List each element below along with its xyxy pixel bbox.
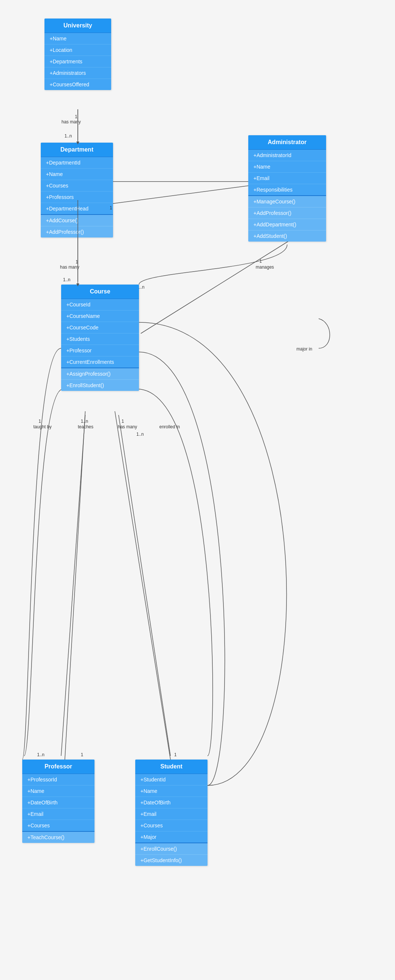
course-method-1: +EnrollStudent() (61, 380, 139, 391)
course-attr-1: +CourseName (61, 310, 139, 322)
professor-attr-4: +Courses (22, 820, 94, 831)
administrator-method-3: +AddStudent() (248, 231, 326, 242)
administrator-attr-1: +Name (248, 161, 326, 173)
university-title: University (45, 19, 111, 33)
svg-line-3 (111, 185, 252, 204)
professor-attr-2: +DateOfBirth (22, 797, 94, 808)
label-course-student-1-bottom: 1 (174, 752, 177, 757)
administrator-attr-2: +Email (248, 173, 326, 184)
course-attr-3: +Students (61, 334, 139, 345)
administrator-method-2: +AddDepartment() (248, 219, 326, 231)
svg-line-4 (61, 415, 85, 756)
label-course-prof-1-left: 1 (38, 419, 41, 424)
label-admin-course-manages: manages (256, 264, 274, 270)
course-attr-5: +CurrentEnrollments (61, 356, 139, 368)
department-attr-2: +Courses (41, 180, 113, 192)
label-admin-course-1: 1 (260, 259, 262, 264)
label-course-student-1n: 1..n (136, 432, 144, 437)
label-course-prof-taughtby: taught by (33, 424, 51, 430)
administrator-title: Administrator (248, 135, 326, 150)
student-method-1: +GetStudentInfo() (135, 855, 207, 866)
university-class: University +Name +Location +Departments … (45, 19, 111, 90)
course-title: Course (61, 285, 139, 299)
university-attr-4: +CoursesOffered (45, 79, 111, 90)
course-method-0: +AssignProfessor() (61, 368, 139, 380)
student-attr-0: +StudentId (135, 774, 207, 786)
label-dept-admin-1: 1 (110, 205, 112, 210)
professor-attr-3: +Email (22, 808, 94, 820)
label-uni-dept-1n: 1..n (64, 134, 72, 138)
department-title: Department (41, 143, 113, 157)
administrator-class: Administrator +AdministratorId +Name +Em… (248, 135, 326, 242)
svg-line-12 (115, 411, 170, 760)
administrator-method-1: +AddProfessor() (248, 207, 326, 219)
student-attr-4: +Courses (135, 820, 207, 831)
university-attr-0: +Name (45, 33, 111, 45)
label-uni-dept-1: 1 (75, 114, 78, 119)
uml-diagram: University +Name +Location +Departments … (0, 0, 395, 980)
professor-attr-1: +Name (22, 786, 94, 797)
course-attr-4: +Professor (61, 345, 139, 356)
student-attr-3: +Email (135, 808, 207, 820)
label-course-prof-1-bottom: 1 (81, 752, 83, 757)
label-dept-course-hasmany: has many (60, 264, 79, 270)
label-course-student-hasmany: has many (118, 424, 137, 430)
professor-attr-0: +ProfessorId (22, 774, 94, 786)
department-attr-3: +Professors (41, 192, 113, 203)
department-attr-4: +DepartmentHead (41, 203, 113, 214)
svg-line-2 (141, 241, 289, 334)
course-attr-2: +CourseCode (61, 322, 139, 334)
department-method-1: +AddProfessor() (41, 226, 113, 237)
label-course-student-enrolledin: enrolled in (159, 424, 180, 430)
university-attr-2: +Departments (45, 56, 111, 67)
label-course-student-1-top: 1 (121, 419, 124, 424)
professor-title: Professor (22, 760, 94, 774)
student-attr-2: +DateOfBirth (135, 797, 207, 808)
administrator-attr-0: +AdministratorId (248, 150, 326, 161)
student-attr-1: +Name (135, 786, 207, 797)
label-uni-dept-hasmany: has many (62, 119, 81, 124)
department-method-0: +AddCourse() (41, 215, 113, 226)
svg-line-11 (65, 411, 85, 760)
label-course-prof-teaches: teaches (78, 424, 93, 430)
administrator-attr-3: +Responsibilities (248, 184, 326, 195)
label-major-in: major in (296, 347, 312, 352)
professor-method-0: +TeachCourse() (22, 832, 94, 843)
course-class: Course +CourseId +CourseName +CourseCode… (61, 285, 139, 391)
student-class: Student +StudentId +Name +DateOfBirth +E… (135, 760, 207, 866)
student-title: Student (135, 760, 207, 774)
label-dept-course-1: 1 (76, 259, 78, 264)
administrator-method-0: +ManageCourse() (248, 196, 326, 207)
label-course-prof-1n-left: 1..n (37, 752, 45, 757)
student-attr-5: +Major (135, 831, 207, 843)
label-course-prof-1n-right: 1..n (81, 419, 88, 424)
label-dept-course-1n: 1..n (63, 277, 70, 282)
department-class: Department +DepartmentId +Name +Courses … (41, 143, 113, 237)
university-attr-3: +Administrators (45, 67, 111, 79)
course-attr-0: +CourseId (61, 299, 139, 310)
professor-class: Professor +ProfessorId +Name +DateOfBirt… (22, 760, 94, 843)
university-attr-1: +Location (45, 45, 111, 56)
student-method-0: +EnrollCourse() (135, 843, 207, 855)
department-attr-1: +Name (41, 169, 113, 180)
svg-line-5 (119, 415, 170, 756)
department-attr-0: +DepartmentId (41, 157, 113, 169)
